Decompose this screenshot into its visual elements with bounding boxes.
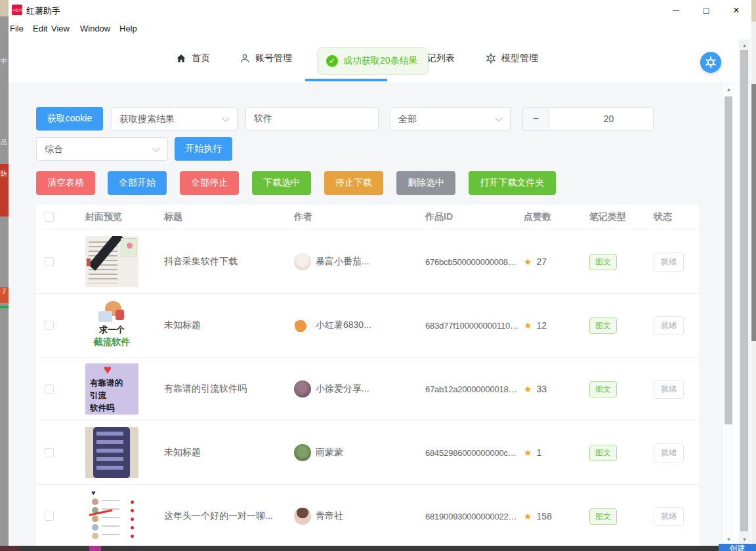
cover-thumbnail[interactable]: ♥ bbox=[85, 491, 138, 542]
cover-thumbnail[interactable]: ♥ 有靠谱的 引流 软件吗 bbox=[85, 363, 138, 415]
active-tab-underline bbox=[305, 79, 387, 81]
table-row: 未知标题 雨蒙蒙 68452986000000000c0... ★ 1 图文 就… bbox=[36, 421, 699, 485]
star-icon: ★ bbox=[524, 320, 532, 331]
outer-scrollbar[interactable]: ▲ ▼ bbox=[739, 39, 750, 546]
table-row: ♥ 有靠谱的 引流 软件吗 有靠谱的引流软件吗 小徐爱分享... 67ab12a… bbox=[36, 357, 699, 421]
menu-view[interactable]: View bbox=[51, 24, 70, 33]
minimize-icon[interactable]: ─ bbox=[665, 3, 686, 18]
row-checkbox[interactable] bbox=[45, 448, 54, 457]
status-button[interactable]: 就绪 bbox=[654, 507, 684, 526]
cover-thumbnail[interactable] bbox=[85, 236, 138, 287]
author-name: 青帝社 bbox=[316, 510, 343, 522]
background-create-button[interactable]: 创建 bbox=[719, 544, 756, 551]
success-toast: ✓ 成功获取20条结果 bbox=[317, 47, 429, 75]
author-avatar bbox=[294, 508, 311, 525]
note-title: 有靠谱的引流软件吗 bbox=[164, 383, 247, 395]
count-input[interactable] bbox=[549, 108, 654, 130]
gear-icon bbox=[705, 56, 717, 68]
count-stepper: − + bbox=[522, 107, 654, 131]
chevron-down-icon bbox=[495, 114, 502, 121]
note-title: 抖音采集软件下载 bbox=[164, 256, 238, 268]
menu-help[interactable]: Help bbox=[119, 24, 137, 33]
tab-home[interactable]: 首页 bbox=[176, 52, 210, 64]
download-selected-button[interactable]: 下载选中 bbox=[252, 171, 311, 195]
note-type-badge: 图文 bbox=[589, 508, 617, 525]
cover-text: 求一个 bbox=[85, 324, 138, 336]
table-row: 求一个 截流软件 未知标题 小红薯6830... 683d77f10000000… bbox=[36, 294, 699, 357]
scrollbar-thumb[interactable] bbox=[724, 96, 732, 424]
author-name: 暴富小番茄... bbox=[316, 256, 369, 268]
header-cover: 封面预览 bbox=[85, 211, 122, 223]
scroll-up-icon[interactable]: ▲ bbox=[723, 85, 734, 94]
status-button[interactable]: 就绪 bbox=[654, 443, 684, 462]
tab-model-management[interactable]: 模型管理 bbox=[486, 52, 538, 64]
delete-selected-button[interactable]: 删除选中 bbox=[396, 171, 455, 195]
sort-select[interactable]: 综合 bbox=[36, 137, 168, 161]
settings-fab-button[interactable] bbox=[700, 52, 721, 73]
table-header: 封面预览 标题 作者 作品ID 点赞数 笔记类型 状态 bbox=[36, 205, 699, 230]
scroll-down-icon[interactable]: ▼ bbox=[739, 535, 750, 544]
app-icon: 小红书 bbox=[12, 5, 22, 15]
menu-file[interactable]: File bbox=[10, 24, 24, 33]
header-author: 作者 bbox=[294, 211, 312, 223]
row-checkbox[interactable] bbox=[45, 384, 54, 394]
author-avatar bbox=[294, 253, 311, 270]
like-count: 158 bbox=[537, 511, 552, 521]
table-row: ♥ 这年头一个好的一对一聊... 青帝社 6819009300000000220… bbox=[36, 485, 699, 546]
title-bar[interactable]: 小红书 红薯助手 ─ □ × bbox=[9, 0, 751, 20]
clear-table-button[interactable]: 清空表格 bbox=[36, 171, 95, 195]
get-cookie-button[interactable]: 获取cookie bbox=[36, 107, 103, 131]
select-all-checkbox[interactable] bbox=[45, 213, 54, 222]
close-icon[interactable]: × bbox=[726, 3, 747, 18]
header-work-id: 作品ID bbox=[425, 211, 453, 223]
row-checkbox[interactable] bbox=[45, 512, 54, 521]
heart-icon: ♥ bbox=[91, 491, 96, 497]
work-id: 67ab12a200000000180... bbox=[425, 384, 518, 394]
tab-home-label: 首页 bbox=[192, 52, 210, 64]
table-row: 抖音采集软件下载 暴富小番茄... 676bcb5000000000080...… bbox=[36, 230, 699, 294]
background-left-strip: 中 品 防 7 bbox=[0, 0, 9, 546]
start-execute-button[interactable]: 开始执行 bbox=[175, 137, 232, 161]
row-checkbox[interactable] bbox=[45, 321, 54, 330]
header-status: 状态 bbox=[654, 211, 672, 223]
status-button[interactable]: 就绪 bbox=[654, 380, 684, 399]
background-bottom-bar bbox=[0, 546, 756, 551]
cover-thumbnail[interactable]: 求一个 截流软件 bbox=[85, 300, 138, 351]
cover-thumbnail[interactable] bbox=[85, 427, 138, 478]
header-note-type: 笔记类型 bbox=[589, 211, 626, 223]
work-id: 683d77f1000000001101... bbox=[425, 321, 518, 331]
menu-window[interactable]: Window bbox=[80, 24, 110, 33]
heart-icon: ♥ bbox=[104, 363, 112, 377]
status-button[interactable]: 就绪 bbox=[654, 253, 684, 272]
row-checkbox[interactable] bbox=[45, 257, 54, 266]
menu-edit[interactable]: Edit bbox=[33, 24, 47, 33]
scope-select[interactable]: 全部 bbox=[390, 107, 511, 131]
action-select[interactable]: 获取搜索结果 bbox=[111, 107, 238, 131]
scroll-up-icon[interactable]: ▲ bbox=[739, 41, 750, 51]
author-avatar bbox=[294, 444, 311, 461]
cover-text: 有靠谱的 bbox=[90, 378, 123, 389]
chevron-down-icon bbox=[222, 114, 229, 121]
results-table: 封面预览 标题 作者 作品ID 点赞数 笔记类型 状态 bbox=[36, 205, 699, 546]
maximize-icon[interactable]: □ bbox=[696, 3, 717, 18]
screen: 中 品 防 7 创建 小红书 红薯助手 ─ □ × File Edit View… bbox=[0, 0, 756, 551]
like-count: 12 bbox=[537, 320, 547, 331]
stop-download-button[interactable]: 停止下载 bbox=[324, 171, 383, 195]
star-icon: ★ bbox=[524, 384, 532, 394]
inner-scrollbar[interactable]: ▲ ▼ bbox=[723, 83, 734, 546]
scroll-down-icon[interactable]: ▼ bbox=[723, 535, 734, 544]
status-button[interactable]: 就绪 bbox=[654, 316, 684, 335]
scrollbar-thumb[interactable] bbox=[740, 50, 748, 531]
open-download-folder-button[interactable]: 打开下载文件夹 bbox=[469, 171, 556, 195]
stepper-minus-button[interactable]: − bbox=[523, 108, 549, 130]
check-circle-icon: ✓ bbox=[326, 55, 338, 67]
author-avatar bbox=[294, 317, 311, 334]
keyword-input[interactable] bbox=[245, 107, 379, 131]
stop-all-button[interactable]: 全部停止 bbox=[180, 171, 239, 195]
tab-account-management[interactable]: 账号管理 bbox=[240, 52, 292, 64]
like-count: 33 bbox=[537, 384, 547, 394]
home-icon bbox=[176, 53, 186, 64]
start-all-button[interactable]: 全部开始 bbox=[108, 171, 167, 195]
header-likes: 点赞数 bbox=[524, 211, 551, 223]
work-id: 6819009300000000220... bbox=[425, 512, 518, 521]
